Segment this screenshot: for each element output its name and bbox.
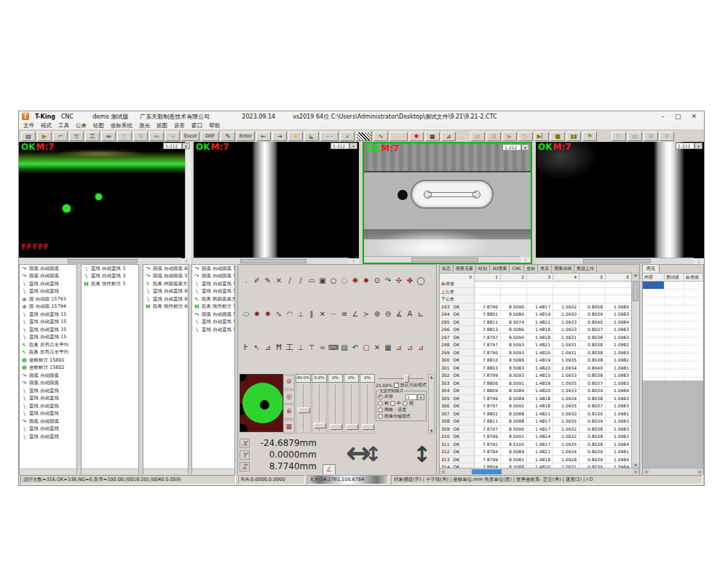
table-row[interactable]: 297OK7.87978.50901.48181.09310.80381.098… <box>440 334 632 342</box>
measure-tool-icon[interactable]: ⊥ <box>296 342 306 353</box>
camera-pane-2[interactable]: OKM:7 1-212▾ ◊ <box>194 142 359 264</box>
measure-tool-icon[interactable]: A <box>405 308 415 319</box>
table-tab-8[interactable]: 数据上传 <box>574 265 597 273</box>
measure-tool-icon[interactable]: ⬭ <box>241 308 251 319</box>
slider-thumb[interactable] <box>298 407 310 413</box>
fine-radio[interactable] <box>403 401 408 406</box>
ring-mode-icon-0[interactable]: ⊚ <box>283 375 295 389</box>
toolbar-probe-icon[interactable]: ▽ <box>69 132 84 141</box>
measure-tool-icon[interactable]: Ⱶ <box>241 342 251 353</box>
toolbar-blank[interactable] <box>389 132 408 141</box>
elements-column-header[interactable]: 测试值 <box>665 274 684 281</box>
table-row[interactable]: 312OK7.87848.50891.48211.09340.80391.098… <box>440 448 632 456</box>
measure-tool-icon[interactable]: ▣ <box>317 275 328 286</box>
measure-tool-icon[interactable]: ✤ <box>405 275 415 286</box>
scroll-thumb[interactable] <box>240 259 306 263</box>
slider-thumb[interactable] <box>362 424 374 430</box>
light-slider-track[interactable] <box>360 383 375 434</box>
measure-tool-icon[interactable]: ⊕ <box>372 308 382 319</box>
light-slider-track[interactable] <box>344 383 359 434</box>
tab-elements[interactable]: 图元 <box>643 265 660 273</box>
measure-tool-icon[interactable]: / <box>296 275 306 286</box>
list-item[interactable]: \直线 自动直线 15 <box>20 326 76 334</box>
camera-selector[interactable]: 1-212▾ <box>676 143 703 149</box>
table-row[interactable]: 298OK7.87978.50931.48211.09310.80381.098… <box>440 341 632 349</box>
measure-tool-icon[interactable]: ⊿ <box>405 342 415 353</box>
master-slider[interactable] <box>376 374 427 382</box>
elements-column-header[interactable]: 内容 <box>643 274 665 281</box>
list-item[interactable]: ↖距离 内圆弧最大 <box>143 280 188 288</box>
minimize-button[interactable]: – <box>661 113 665 120</box>
list-item[interactable]: \直线 自动直线 <box>20 402 76 410</box>
toolbar-ruler-icon[interactable]: ⌐ <box>53 132 68 141</box>
table-tab-0[interactable]: 状态 <box>440 265 454 273</box>
list-item[interactable]: \直线 自动直线 66 <box>143 295 188 303</box>
scroll-thumb[interactable] <box>633 281 638 301</box>
scroll-thumb[interactable] <box>583 259 651 263</box>
table-row[interactable]: 313OK7.87998.50811.48181.09280.80391.098… <box>440 456 632 464</box>
elements-row[interactable] <box>643 298 703 306</box>
toolbar-light-bulb-icon[interactable]: ☀ <box>288 132 303 141</box>
toolbar-open-folder-icon[interactable]: ▶ <box>37 132 52 141</box>
list-item[interactable]: ↖距离 所有点水平均 <box>20 349 76 357</box>
light-slider-track[interactable] <box>328 383 343 434</box>
chevron-down-icon[interactable]: ▾ <box>521 144 529 151</box>
list-item[interactable]: \直线 自动直线 3 <box>82 265 138 273</box>
measure-tool-icon[interactable]: ∞ <box>317 342 328 353</box>
table-tab-5[interactable]: 坐标 <box>524 265 538 273</box>
coarse-radio[interactable] <box>378 401 383 406</box>
ring-radio[interactable] <box>378 394 383 399</box>
scroll-up-icon[interactable]: ▲ <box>632 272 639 278</box>
transfer-radio[interactable] <box>378 414 383 419</box>
elements-row[interactable] <box>643 314 703 322</box>
menu-item-9[interactable]: 窗口 <box>191 122 202 129</box>
resize-grip-icon[interactable]: ◊ <box>349 258 359 264</box>
list-item[interactable]: ↖距离 两圆弧最大距 <box>192 295 234 303</box>
table-row[interactable]: 294OK7.88018.50801.48191.09300.80391.098… <box>440 311 632 319</box>
list-item[interactable]: \直线 自动直线 55 <box>192 319 234 327</box>
measure-tool-icon[interactable]: ✕ <box>372 342 382 353</box>
scroll-up-icon[interactable]: ▲ <box>429 375 434 379</box>
measure-tool-icon[interactable]: 工 <box>285 342 295 353</box>
list-item[interactable]: \直线 自动直线 15 <box>20 334 76 342</box>
list-item[interactable]: \直线 自动直线 <box>20 387 76 395</box>
list-item[interactable]: Θ坐标标注 15801 <box>20 356 76 364</box>
toolbar-dashes[interactable]: – – <box>320 132 339 141</box>
list-item[interactable]: \直线 自动直线 55 <box>192 288 234 296</box>
measure-tool-icon[interactable]: ⋯ <box>328 308 339 319</box>
table-row[interactable]: 309OK7.87978.50901.48171.09320.80381.098… <box>440 426 632 434</box>
measure-tool-icon[interactable]: ▤ <box>339 342 349 353</box>
list-item[interactable]: \直线 自动直线 3 <box>82 273 138 281</box>
slider-thumb[interactable] <box>404 375 409 383</box>
measure-tool-icon[interactable]: ⊾ <box>416 308 426 319</box>
list-item[interactable]: \直线 自动直线 66 <box>143 288 188 296</box>
chevron-down-icon[interactable]: ▾ <box>417 394 424 400</box>
toolbar-run-cnc-icon[interactable]: ⚑ <box>582 132 597 141</box>
menu-item-8[interactable]: 设置 <box>174 122 185 129</box>
table-row[interactable]: 299OK7.87908.50931.48201.09310.80381.098… <box>440 349 632 357</box>
resize-grip-icon[interactable]: ◊ <box>181 258 191 264</box>
list-item[interactable]: ↷圆弧 自动圆弧 <box>20 265 76 273</box>
menu-item-4[interactable]: 绘图 <box>93 122 104 129</box>
list-item[interactable]: ↖距离 所有点水平均 <box>20 341 76 349</box>
measure-tool-icon[interactable]: ✐ <box>252 275 262 286</box>
measure-tool-icon[interactable]: ⌨ <box>328 342 339 353</box>
table-tab-1[interactable]: 测量元素 <box>454 265 476 273</box>
options-vscroll[interactable]: ▲▼ <box>428 374 435 434</box>
measure-tool-icon[interactable]: ↶ <box>350 342 360 353</box>
measure-tool-icon[interactable]: ○ <box>328 275 339 286</box>
toolbar-chart-tool-icon[interactable]: ⊿ <box>441 132 456 141</box>
measure-tool-icon[interactable]: ✕ <box>274 275 284 286</box>
slider-thumb[interactable] <box>314 423 326 428</box>
measure-tool-icon[interactable]: ↷ <box>383 275 393 286</box>
chevron-down-icon[interactable]: ▾ <box>695 143 703 149</box>
measure-tool-icon[interactable]: ≡ <box>339 308 349 319</box>
camera-pane-3-selected[interactable]: OKM:7 1-212▾ ◊ <box>363 142 532 264</box>
resize-grip-icon[interactable]: ◊ <box>694 258 704 264</box>
camera-selector[interactable]: 1-212▾ <box>163 143 190 149</box>
camera-hscroll[interactable] <box>536 258 694 264</box>
toolbar-laser-star-icon[interactable]: ✱ <box>409 132 424 141</box>
measure-tool-icon[interactable]: ∠ <box>350 308 360 319</box>
toolbar-excel-export[interactable]: Excel <box>181 132 199 141</box>
list-item[interactable]: \直线 自动直线 55 <box>192 326 234 334</box>
